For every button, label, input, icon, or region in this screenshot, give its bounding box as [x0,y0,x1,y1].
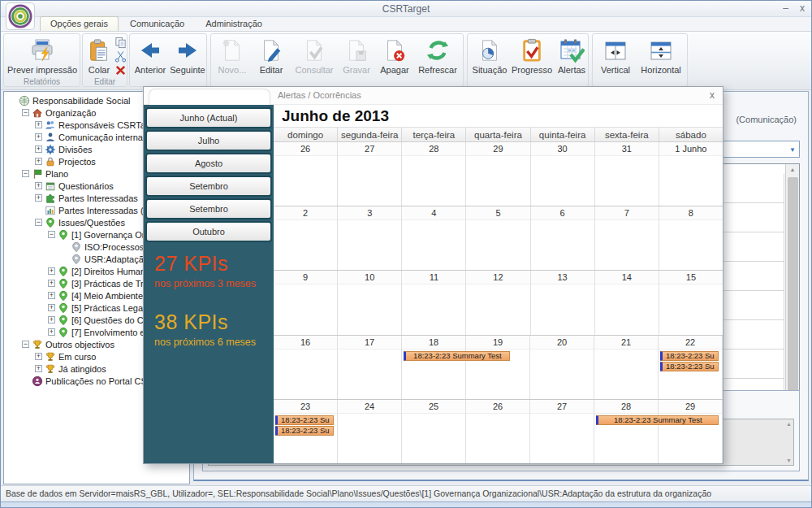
month-button-julho[interactable]: Julho [145,130,272,151]
editar-button[interactable]: Editar [252,37,291,75]
copy-icon[interactable] [114,37,127,49]
gravar-button[interactable]: Gravar [338,37,375,75]
tree-expander-plus-icon[interactable]: + [35,194,42,202]
calendar-day-cell[interactable]: 13 [531,271,595,334]
scrollbar-thumb[interactable] [788,177,798,418]
calendar-day-cell[interactable]: 26 [274,142,338,206]
calendar-day-cell[interactable]: 19 [466,336,530,399]
calendar-day-cell[interactable]: 1 Junho [659,142,723,206]
tree-expander-minus-icon[interactable]: − [35,219,42,226]
chevron-down-icon[interactable]: ▼ [789,146,796,154]
calendar-day-cell[interactable]: 20 [530,336,594,399]
scroll-down-icon[interactable]: ▼ [786,458,792,463]
app-window: CSRTarget – x Opções geraisComunicaçãoAd… [0,0,812,508]
calendar-day-cell[interactable]: 3 [338,206,402,270]
seguinte-button[interactable]: Seguinte [169,37,206,75]
calendar-day-cell[interactable]: 5 [466,206,530,270]
horizontal-button[interactable]: Horizontal [637,37,685,75]
tree-expander-plus-icon[interactable]: + [35,365,42,372]
refrescar-button[interactable]: Refrescar [414,37,461,75]
calendar-day-cell[interactable]: 16 [274,336,338,399]
dialog-close-icon[interactable]: x [710,89,715,101]
month-button-junho-actual-[interactable]: Junho (Actual) [145,107,272,128]
tab-op-es-gerais[interactable]: Opções gerais [40,16,119,31]
month-button-setembro[interactable]: Setembro [145,176,272,197]
tree-item-label: Plano [45,169,68,179]
tree-expander-plus-icon[interactable]: + [35,133,42,141]
calendar-day-cell[interactable]: 28 [594,400,659,463]
calendar-day-cell[interactable]: 11 [402,271,466,334]
target-logo-icon [8,4,32,28]
calendar-day-cell[interactable]: 30 [531,142,595,206]
calendar-day-cell[interactable]: 10 [338,271,402,334]
tree-expander-plus-icon[interactable]: + [35,145,42,153]
delete-icon[interactable] [114,64,127,76]
tree-expander-minus-icon[interactable]: − [22,109,29,116]
tree-expander-minus-icon[interactable]: − [22,341,29,348]
tree-expander-plus-icon[interactable]: + [48,328,55,336]
calendar-day-cell[interactable]: 27 [338,142,402,206]
calendar-day-cell[interactable]: 15 [659,271,723,334]
month-button-setembro[interactable]: Setembro [145,198,272,219]
tab-administra-o[interactable]: Administração [196,17,272,31]
calendar-day-cell[interactable]: 28 [402,142,466,206]
consultar-button[interactable]: Consultar [291,37,338,75]
month-button-agosto[interactable]: Agosto [145,153,272,174]
pin-green-icon [45,217,56,228]
tree-expander-plus-icon[interactable]: + [35,121,42,128]
vertical-button[interactable]: Vertical [594,37,637,75]
alertas-button[interactable]: Alertas [554,37,590,75]
tab-comunica-o[interactable]: Comunicação [120,17,194,31]
app-menu-button[interactable] [6,2,35,30]
tree-expander-plus-icon[interactable]: + [35,182,42,189]
calendar-day-cell[interactable]: 14 [595,271,659,334]
tree-expander-plus-icon[interactable]: + [48,267,55,275]
calendar-event[interactable]: 18:23-2:23 Summary Test [404,351,510,361]
calendar-day-cell[interactable]: 29 [466,142,530,206]
scroll-up-icon[interactable]: ▲ [786,164,799,176]
calendar-day-cell[interactable]: 26 [466,400,530,463]
calendar-day-cell[interactable]: 9 [274,271,338,334]
tree-expander-plus-icon[interactable]: + [48,280,55,287]
tree-expander-plus-icon[interactable]: + [48,316,55,323]
calendar-day-cell[interactable]: 25 [402,400,466,463]
minimize-button[interactable]: – [783,2,788,14]
tree-expander-minus-icon[interactable]: − [22,170,29,177]
apagar-button[interactable]: Apagar [375,37,414,75]
novo--button[interactable]: Novo... [213,37,252,75]
scroll-up-icon[interactable]: ▲ [786,421,792,427]
colar-button[interactable]: Colar [84,37,114,75]
tree-expander-plus-icon[interactable]: + [48,304,55,311]
situa-o-button[interactable]: Situação [469,37,510,75]
calendar-day-cell[interactable]: 12 [466,271,530,334]
progresso-button[interactable]: Progresso [510,37,554,75]
calendar-day-cell[interactable]: 7 [595,206,659,270]
calendar-day-cell[interactable]: 21 [594,336,659,399]
calendar-day-cell[interactable]: 24 [338,400,402,463]
calendar-day-cell[interactable]: 8 [659,206,723,270]
calendar-day-cell[interactable]: 2 [274,206,338,270]
calendar-event[interactable]: 18:23-2:23 Su [275,426,334,436]
calendar-day-cell[interactable]: 31 [595,142,659,206]
tree-expander-plus-icon[interactable]: + [48,292,55,299]
close-button[interactable]: x [800,2,805,14]
calendar-day-cell[interactable]: 17 [338,336,402,399]
tree-expander-plus-icon[interactable]: + [35,353,42,360]
calendar-event[interactable]: 18:23-2:23 Su [660,351,719,361]
prever-impress-o-button[interactable]: Prever impressão [6,37,79,75]
anterior-button[interactable]: Anterior [132,37,169,75]
tree-expander-plus-icon[interactable]: + [35,158,42,165]
calendar-day-cell[interactable]: 6 [531,206,595,270]
month-button-outubro[interactable]: Outubro [145,221,272,242]
calendar-day-cell[interactable]: 29 [659,400,723,463]
tree-expander-minus-icon[interactable]: − [48,231,55,238]
calendar-event[interactable]: 18:23-2:23 Su [660,362,719,371]
calendar-day-cell[interactable]: 27 [530,400,594,463]
calendar-event[interactable]: 18:23-2:23 Su [275,415,334,425]
calendar-day-cell[interactable]: 4 [402,206,466,270]
calendar-event[interactable]: 18:23-2:23 Summary Test [596,415,719,425]
new-doc-icon [213,37,252,64]
calendar-day-cell[interactable]: 18 [402,336,466,399]
cut-icon[interactable] [114,50,127,63]
button-label: Prever impressão [6,65,79,75]
